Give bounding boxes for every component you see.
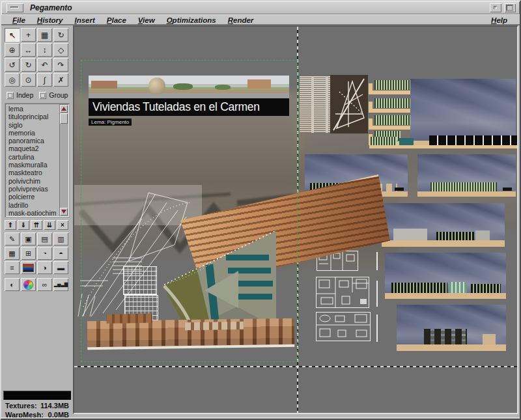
list-item[interactable]: maskmuralla <box>7 161 59 169</box>
section-drawing[interactable] <box>369 80 417 94</box>
color-wheel-tool-button[interactable] <box>21 278 36 291</box>
list-item[interactable]: mask-patiochim <box>7 209 59 216</box>
floor-plan-drawing[interactable] <box>316 312 371 341</box>
layout-canvas[interactable]: Viviendas Tuteladas en el Carmen Lema: P… <box>73 25 518 414</box>
list-item[interactable]: polvivprevias <box>7 185 59 193</box>
label-tool-button[interactable]: ✎ <box>5 232 20 245</box>
title-bar[interactable]: Pegamento <box>1 1 520 14</box>
select-tool-button[interactable]: ↖ <box>5 28 20 42</box>
minimize-button[interactable] <box>490 3 501 12</box>
list-item[interactable]: memoria <box>7 129 59 137</box>
move-bottom-button[interactable]: ⇊ <box>44 220 55 230</box>
menu-help[interactable]: Help <box>485 16 513 24</box>
dashed-rows-tool-button[interactable]: ≡ <box>5 261 20 274</box>
rotate-ccw-icon: ↺ <box>8 61 15 70</box>
section-drawing[interactable] <box>369 98 417 113</box>
scroll-thumb[interactable] <box>60 113 68 124</box>
list-item[interactable]: lema <box>7 105 59 113</box>
elevation-panel[interactable] <box>385 253 506 299</box>
menu-insert[interactable]: Insert <box>68 16 100 24</box>
maximize-button[interactable] <box>504 3 516 12</box>
move-tool-button[interactable]: ⊕ <box>5 43 20 57</box>
window-resize-frame[interactable] <box>1 417 521 420</box>
list-item[interactable]: ladrillo <box>7 201 59 209</box>
layers-solid-tool-button[interactable]: ▤ <box>37 232 52 245</box>
rgb-bars-tool-button[interactable] <box>21 261 36 274</box>
move-top-button[interactable]: ⇈ <box>31 220 42 230</box>
marquee-image-icon: ▦ <box>41 31 48 40</box>
delete-layer-button[interactable]: × <box>57 220 68 230</box>
window-menu-icon <box>10 7 19 8</box>
deform-tool-button[interactable]: ◇ <box>53 43 68 57</box>
contrast-dark-icon: ◑ <box>42 264 47 272</box>
plan-scale-tick <box>376 252 378 270</box>
layers-striped-tool-button[interactable]: ▥ <box>53 232 68 245</box>
timer-alt-icon: ◓ <box>59 249 63 257</box>
plan-scale-tick <box>376 281 378 307</box>
window-panes-tool-button[interactable]: ⊞ <box>21 247 36 260</box>
mini-slider-icon: ▬ <box>57 264 64 272</box>
long-section-drawing[interactable] <box>369 133 518 148</box>
move-up-button[interactable]: ⇑ <box>5 220 16 230</box>
curve-cross-tool-button[interactable]: ✗ <box>53 73 68 87</box>
binocular-tool-button[interactable]: ∞ <box>37 278 52 291</box>
window-menu-button[interactable] <box>7 3 23 12</box>
menu-history[interactable]: History <box>31 16 69 24</box>
list-item[interactable]: polcierre <box>7 193 59 201</box>
orbit-right-tool-button[interactable]: ↷ <box>53 58 68 72</box>
double-up-arrow-icon: ⇈ <box>34 221 39 229</box>
timer-alt-tool-button[interactable]: ◓ <box>53 247 68 260</box>
mini-slider-tool-button[interactable]: ▬ <box>53 261 68 274</box>
histogram-tool-button[interactable]: ▂▅▃▇ <box>53 278 68 291</box>
scroll-down-icon[interactable] <box>60 208 68 216</box>
list-item[interactable]: cartulina <box>7 153 59 161</box>
curve-tool-button[interactable]: ∫ <box>37 73 52 87</box>
rotate-ccw-tool-button[interactable]: ↺ <box>5 58 20 72</box>
rotate-tool-button[interactable]: ↻ <box>53 28 68 42</box>
crosshair-icon: + <box>26 31 31 40</box>
menu-optimizations[interactable]: Optimizations <box>161 16 222 24</box>
aerial-sketch-image[interactable] <box>330 75 368 133</box>
eye-rotate-tool-button[interactable]: ⊙ <box>21 73 36 87</box>
menu-bar: File History Insert Place View Optimizat… <box>1 14 520 25</box>
save-image-tool-button[interactable]: ▣ <box>21 232 36 245</box>
group-checkbox[interactable] <box>39 92 46 99</box>
spiral-tool-button[interactable]: ◎ <box>5 73 20 87</box>
timer-tool-button[interactable]: ◔ <box>37 247 52 260</box>
scroll-up-icon[interactable] <box>60 105 68 113</box>
menu-file[interactable]: File <box>7 16 31 24</box>
textures-value: 114.3MB <box>40 402 69 410</box>
move-down-button[interactable]: ⇓ <box>18 220 29 230</box>
elevation-panel[interactable] <box>382 203 505 247</box>
contrast-tool-button[interactable]: ◐ <box>5 278 20 291</box>
list-item[interactable]: siglo <box>7 121 59 129</box>
elevation-panel[interactable] <box>397 305 506 351</box>
orbit-left-icon: ↶ <box>41 61 48 70</box>
layer-nav-row: ⇑ ⇓ ⇈ ⇊ × <box>5 220 68 230</box>
list-item[interactable]: tituloprincipal <box>7 113 59 120</box>
section-drawing[interactable] <box>369 115 414 130</box>
list-scrollbar[interactable] <box>59 104 68 216</box>
contrast-dark-tool-button[interactable]: ◑ <box>37 261 52 274</box>
list-item[interactable]: maskteatro <box>7 169 59 176</box>
crosshair-tool-button[interactable]: + <box>21 28 36 42</box>
move-horizontal-tool-button[interactable]: ↔ <box>21 43 36 57</box>
move-icon: ⊕ <box>8 46 15 55</box>
elevation-panel[interactable] <box>417 154 516 197</box>
rotate-cw-tool-button[interactable]: ↻ <box>21 58 36 72</box>
orbit-left-tool-button[interactable]: ↶ <box>37 58 52 72</box>
floor-plan-drawing[interactable] <box>316 277 369 308</box>
move-vertical-tool-button[interactable]: ↕ <box>37 43 52 57</box>
menu-render[interactable]: Render <box>222 16 260 24</box>
list-item[interactable]: polvivchim <box>7 177 59 185</box>
memoria-text-image[interactable] <box>300 76 330 133</box>
pixel-grid-tool-button[interactable]: ▦ <box>5 247 20 260</box>
menu-place[interactable]: Place <box>101 16 132 24</box>
list-item[interactable]: maqueta2 <box>7 145 59 152</box>
menu-view[interactable]: View <box>132 16 161 24</box>
move-vertical-icon: ↕ <box>43 46 47 55</box>
indep-checkbox[interactable] <box>7 92 14 99</box>
selection-rectangle[interactable] <box>81 60 298 362</box>
list-item[interactable]: panoramica <box>7 137 59 145</box>
marquee-image-tool-button[interactable]: ▦ <box>37 28 52 42</box>
